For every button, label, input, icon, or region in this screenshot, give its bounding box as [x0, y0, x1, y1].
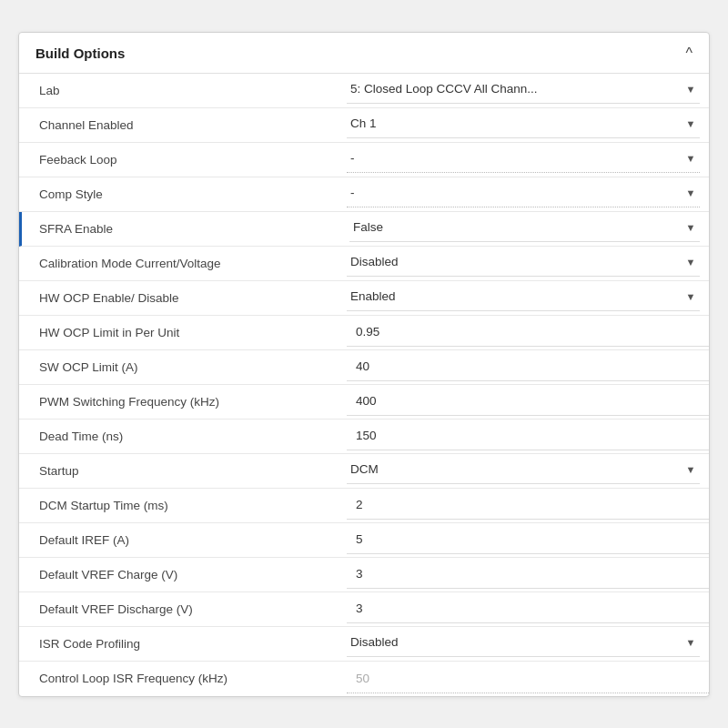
label-lab: Lab	[19, 76, 347, 105]
select-value-sfra-enable[interactable]: False	[349, 215, 682, 239]
dropdown-arrow-calibration-mode[interactable]: ▼	[682, 253, 700, 271]
row-hw-ocp-limit: HW OCP Limit in Per Unit	[19, 316, 709, 350]
label-dcm-startup-time: DCM Startup Time (ms)	[19, 491, 347, 520]
row-dead-time: Dead Time (ns)	[19, 420, 709, 454]
row-lab: Lab5: Closed Loop CCCV All Chann...▼	[19, 74, 709, 108]
select-wrapper-channel-enabled[interactable]: Ch 1▼	[347, 111, 700, 138]
dropdown-arrow-startup[interactable]: ▼	[682, 460, 700, 479]
build-options-panel: Build Options ^ Lab5: Closed Loop CCCV A…	[18, 32, 710, 697]
input-default-vref-discharge[interactable]	[347, 594, 709, 623]
panel-body: Lab5: Closed Loop CCCV All Chann...▼Chan…	[19, 74, 709, 696]
row-sfra-enable: SFRA EnableFalse▼	[19, 212, 709, 247]
label-sfra-enable: SFRA Enable	[22, 215, 349, 243]
select-wrapper-lab[interactable]: 5: Closed Loop CCCV All Chann...▼	[347, 76, 700, 104]
label-comp-style: Comp Style	[19, 180, 347, 208]
select-value-hw-ocp-enable[interactable]: Enabled	[347, 284, 682, 308]
row-sw-ocp-limit: SW OCP Limit (A)	[19, 350, 709, 385]
input-pwm-freq[interactable]	[347, 387, 709, 416]
panel-title: Build Options	[35, 46, 125, 61]
select-wrapper-sfra-enable[interactable]: False▼	[349, 215, 700, 242]
select-value-comp-style[interactable]: -	[347, 180, 682, 205]
input-dead-time[interactable]	[347, 421, 709, 450]
row-pwm-freq: PWM Switching Frequency (kHz)	[19, 385, 709, 420]
label-calibration-mode: Calibration Mode Current/Voltage	[19, 249, 347, 278]
row-channel-enabled: Channel EnabledCh 1▼	[19, 108, 709, 143]
row-isr-code-profiling: ISR Code ProfilingDisabled▼	[19, 627, 709, 662]
row-feedback-loop: Feeback Loop-▼	[19, 143, 709, 177]
label-isr-code-profiling: ISR Code Profiling	[19, 630, 347, 658]
row-dcm-startup-time: DCM Startup Time (ms)	[19, 489, 709, 523]
dropdown-arrow-isr-code-profiling[interactable]: ▼	[682, 633, 700, 652]
select-value-isr-code-profiling[interactable]: Disabled	[347, 630, 682, 654]
dropdown-arrow-sfra-enable[interactable]: ▼	[682, 218, 700, 237]
select-value-feedback-loop[interactable]: -	[347, 146, 682, 170]
label-startup: Startup	[19, 457, 347, 485]
row-default-vref-charge: Default VREF Charge (V)	[19, 558, 709, 592]
label-dead-time: Dead Time (ns)	[19, 422, 347, 450]
dropdown-arrow-channel-enabled[interactable]: ▼	[682, 115, 700, 133]
select-wrapper-hw-ocp-enable[interactable]: Enabled▼	[347, 284, 700, 311]
label-default-vref-discharge: Default VREF Discharge (V)	[19, 595, 347, 623]
label-pwm-freq: PWM Switching Frequency (kHz)	[19, 388, 347, 416]
collapse-icon[interactable]: ^	[685, 46, 693, 62]
row-startup: StartupDCM▼	[19, 454, 709, 489]
select-wrapper-comp-style[interactable]: -▼	[347, 180, 700, 207]
label-hw-ocp-limit: HW OCP Limit in Per Unit	[19, 318, 347, 347]
label-sw-ocp-limit: SW OCP Limit (A)	[19, 353, 347, 381]
row-hw-ocp-enable: HW OCP Enable/ DisableEnabled▼	[19, 281, 709, 316]
row-default-vref-discharge: Default VREF Discharge (V)	[19, 592, 709, 627]
select-value-channel-enabled[interactable]: Ch 1	[347, 111, 682, 136]
label-default-vref-charge: Default VREF Charge (V)	[19, 561, 347, 589]
select-wrapper-isr-code-profiling[interactable]: Disabled▼	[347, 630, 700, 657]
dropdown-arrow-comp-style[interactable]: ▼	[682, 184, 700, 202]
label-default-iref: Default IREF (A)	[19, 526, 347, 554]
select-value-calibration-mode[interactable]: Disabled	[347, 249, 682, 274]
select-wrapper-calibration-mode[interactable]: Disabled▼	[347, 249, 700, 277]
select-value-startup[interactable]: DCM	[347, 457, 682, 481]
dropdown-arrow-lab[interactable]: ▼	[682, 80, 700, 98]
label-feedback-loop: Feeback Loop	[19, 146, 347, 174]
dropdown-arrow-hw-ocp-enable[interactable]: ▼	[682, 288, 700, 306]
input-sw-ocp-limit[interactable]	[347, 352, 709, 381]
select-value-lab[interactable]: 5: Closed Loop CCCV All Chann...	[347, 76, 682, 101]
row-calibration-mode: Calibration Mode Current/VoltageDisabled…	[19, 247, 709, 281]
label-hw-ocp-enable: HW OCP Enable/ Disable	[19, 284, 347, 312]
input-default-vref-charge[interactable]	[347, 560, 709, 589]
panel-header: Build Options ^	[19, 33, 709, 74]
row-comp-style: Comp Style-▼	[19, 177, 709, 212]
input-dcm-startup-time[interactable]	[347, 490, 709, 520]
select-wrapper-startup[interactable]: DCM▼	[347, 457, 700, 484]
select-wrapper-feedback-loop[interactable]: -▼	[347, 146, 700, 173]
row-default-iref: Default IREF (A)	[19, 523, 709, 558]
label-control-loop-isr: Control Loop ISR Frequency (kHz)	[19, 664, 347, 693]
input-control-loop-isr[interactable]	[347, 664, 709, 693]
input-hw-ocp-limit[interactable]	[347, 318, 709, 347]
input-default-iref[interactable]	[347, 525, 709, 554]
row-control-loop-isr: Control Loop ISR Frequency (kHz)	[19, 662, 709, 696]
dropdown-arrow-feedback-loop[interactable]: ▼	[682, 149, 700, 167]
label-channel-enabled: Channel Enabled	[19, 111, 347, 139]
